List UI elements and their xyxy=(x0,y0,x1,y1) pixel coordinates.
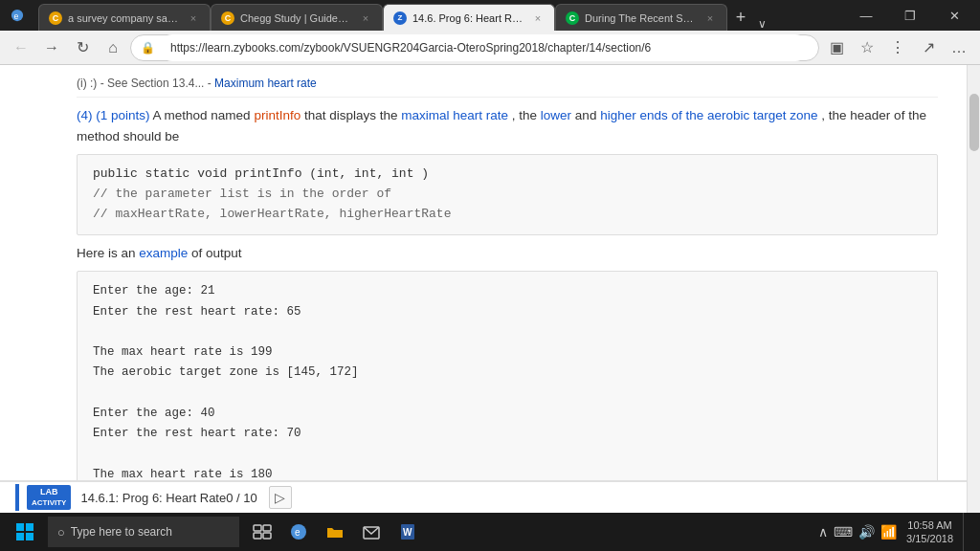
minimize-button[interactable]: — xyxy=(844,0,888,31)
task-view-button[interactable] xyxy=(245,513,279,551)
svg-rect-7 xyxy=(263,525,271,531)
svg-rect-3 xyxy=(26,523,33,531)
method-name-highlight: printInfo xyxy=(254,108,301,122)
example-link: example xyxy=(139,246,188,260)
keyboard-icon[interactable]: ⌨ xyxy=(834,524,853,540)
svg-rect-2 xyxy=(16,523,24,531)
tab-favicon-snowing: C xyxy=(566,11,579,25)
refresh-button[interactable]: ↻ xyxy=(69,34,96,61)
output-line-1: Enter the age: 21 xyxy=(93,281,922,301)
clock-time: 10:58 AM xyxy=(907,518,951,532)
hub-button[interactable]: ⋮ xyxy=(884,34,911,61)
tab-favicon-survey: C xyxy=(49,11,62,25)
lock-icon: 🔒 xyxy=(141,41,155,55)
scrollbar[interactable] xyxy=(967,65,980,513)
network-icon[interactable]: 📶 xyxy=(880,524,897,540)
close-button[interactable]: ✕ xyxy=(932,0,976,31)
tab-chegg[interactable]: C Chegg Study | Guided Solut × xyxy=(211,4,383,31)
svg-rect-9 xyxy=(263,533,271,539)
question-body-3: , the xyxy=(512,108,541,122)
svg-rect-5 xyxy=(26,533,33,540)
tab-close-zybooks[interactable]: × xyxy=(531,11,545,25)
forward-button[interactable]: → xyxy=(38,34,65,61)
page-content: (i) :) - See Section 13.4... - Maximum h… xyxy=(0,65,980,513)
output-line-6: Enter the rest heart rate: 70 xyxy=(93,424,922,444)
share-button[interactable]: ↗ xyxy=(915,34,942,61)
favorites-button[interactable]: ☆ xyxy=(854,34,880,61)
svg-rect-6 xyxy=(254,525,261,531)
output-box: Enter the age: 21 Enter the rest heart r… xyxy=(77,271,938,480)
method-sig-line2: // the parameter list is in the order of xyxy=(93,185,922,205)
lab-bar-accent xyxy=(15,484,19,511)
taskbar-icons: e W xyxy=(241,513,809,551)
maximize-button[interactable]: ❐ xyxy=(888,0,932,31)
question-body: A method named xyxy=(153,108,255,122)
task-view-icon xyxy=(253,522,272,541)
tab-label-chegg: Chegg Study | Guided Solut xyxy=(240,12,353,24)
output-line-blank-3 xyxy=(93,444,922,464)
address-input[interactable] xyxy=(159,34,809,61)
output-line-blank-2 xyxy=(93,384,922,404)
tab-zybooks[interactable]: Z 14.6. Prog 6: Heart Rate × xyxy=(383,4,555,31)
folder-icon xyxy=(325,522,345,541)
lab-arrow-button[interactable]: ▷ xyxy=(269,486,292,509)
maximal-highlight: maximal heart rate xyxy=(401,108,508,122)
tray-up-icon[interactable]: ∧ xyxy=(818,524,828,540)
output-line-5: Enter the age: 40 xyxy=(93,404,922,424)
search-bar[interactable]: ○ Type here to search xyxy=(48,517,239,547)
reader-button[interactable]: ▣ xyxy=(823,34,850,61)
higher-highlight: higher ends of the aerobic target zone xyxy=(600,108,817,122)
output-line-7: The max heart rate is 180 xyxy=(93,465,922,480)
more-button[interactable]: … xyxy=(946,34,972,61)
svg-rect-4 xyxy=(16,533,24,540)
lab-badge: LAB ACTIVITY xyxy=(27,485,71,510)
question-body-2: that displays the xyxy=(304,108,401,122)
method-signature-box: public static void printInfo (int, int, … xyxy=(77,154,938,234)
new-tab-button[interactable]: + xyxy=(727,4,754,31)
tabs-bar: C a survey company sampled × C Chegg Stu… xyxy=(38,0,838,31)
mail-button[interactable] xyxy=(354,513,389,551)
tab-close-chegg[interactable]: × xyxy=(359,11,372,25)
tab-list-button[interactable]: ∨ xyxy=(758,17,767,31)
lab-score: 0 / 10 xyxy=(226,491,257,505)
title-bar-controls: e xyxy=(4,2,31,29)
tab-close-snowing[interactable]: × xyxy=(703,11,717,25)
tray-icons: ∧ ⌨ 🔊 📶 xyxy=(818,524,897,540)
speaker-icon[interactable]: 🔊 xyxy=(858,524,875,540)
tab-survey[interactable]: C a survey company sampled × xyxy=(38,4,211,31)
lab-bar: LAB ACTIVITY 14.6.1: Prog 6: Heart Rate … xyxy=(0,480,980,513)
start-button[interactable] xyxy=(4,513,46,551)
system-clock[interactable]: 10:58 AM 3/15/2018 xyxy=(901,518,959,546)
tab-label-survey: a survey company sampled xyxy=(68,12,181,24)
tab-close-survey[interactable]: × xyxy=(187,11,200,25)
back-button[interactable]: ← xyxy=(8,34,34,61)
tab-snowing[interactable]: C During The Recent Snowing × xyxy=(555,4,727,31)
edge-icon: e xyxy=(289,522,308,541)
word-button[interactable]: W xyxy=(390,513,425,551)
output-line-3: The max heart rate is 199 xyxy=(93,342,922,363)
scrollbar-thumb[interactable] xyxy=(969,94,979,151)
tab-label-snowing: During The Recent Snowing xyxy=(585,12,698,24)
window-controls: — ❐ ✕ xyxy=(844,0,976,31)
tab-favicon-chegg: C xyxy=(221,11,234,25)
method-sig-line1: public static void printInfo (int, int, … xyxy=(93,165,922,185)
question-number: (4) (1 points) xyxy=(77,108,150,122)
windows-logo-icon xyxy=(16,523,33,540)
tab-favicon-zybooks: Z xyxy=(393,11,407,25)
search-icon: ○ xyxy=(57,525,65,540)
title-bar: e C a survey company sampled × C Chegg S… xyxy=(0,0,980,31)
show-desktop-button[interactable] xyxy=(963,513,969,551)
output-line-2: Enter the rest heart rate: 65 xyxy=(93,302,922,322)
edge-taskbar-button[interactable]: e xyxy=(281,513,316,551)
word-icon: W xyxy=(398,522,417,541)
search-placeholder-text: Type here to search xyxy=(71,525,172,539)
browser-window: e C a survey company sampled × C Chegg S… xyxy=(0,0,980,551)
lower-highlight: lower xyxy=(541,108,571,122)
system-tray: ∧ ⌨ 🔊 📶 10:58 AM 3/15/2018 xyxy=(811,513,976,551)
address-bar-container[interactable]: 🔒 xyxy=(130,34,819,61)
svg-text:e: e xyxy=(14,11,19,21)
home-button[interactable]: ⌂ xyxy=(100,34,126,61)
clock-date: 3/15/2018 xyxy=(906,532,953,545)
file-explorer-button[interactable] xyxy=(318,513,352,551)
browser-icon: e xyxy=(4,2,31,29)
